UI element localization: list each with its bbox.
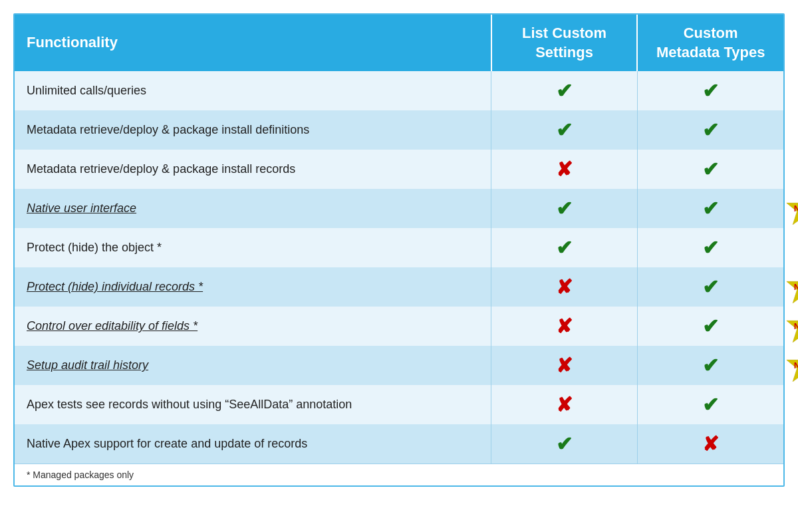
row-col3-value: ✔ NEW — [637, 346, 783, 385]
row-col3-value: ✔ NEW — [637, 267, 783, 307]
table-row: Unlimited calls/queries✔✔ — [15, 71, 783, 110]
table-row: Metadata retrieve/deploy & package insta… — [15, 150, 783, 189]
row-col3-value: ✘ — [637, 424, 783, 464]
row-col3-value: ✔ NEW — [637, 189, 783, 228]
table-row: Native user interface✔✔ NEW — [15, 189, 783, 228]
row-col3-value: ✔ — [637, 110, 783, 150]
row-col3-value: ✔ NEW — [637, 307, 783, 346]
header-list-custom-settings: List Custom Settings — [491, 15, 638, 71]
row-label: Metadata retrieve/deploy & package insta… — [15, 150, 491, 189]
row-col2-value: ✔ — [491, 110, 638, 150]
new-badge: NEW — [785, 346, 798, 385]
table-footer-row: * Managed packages only — [15, 464, 783, 486]
row-col2-value: ✘ — [491, 346, 638, 385]
new-badge: NEW — [785, 307, 798, 346]
table-row: Protect (hide) the object *✔✔ — [15, 228, 783, 267]
row-col2-value: ✔ — [491, 71, 638, 110]
row-label: Protect (hide) individual records * — [15, 267, 491, 307]
table-row: Native Apex support for create and updat… — [15, 424, 783, 464]
row-label: Apex tests see records without using “Se… — [15, 385, 491, 424]
footer-note: * Managed packages only — [15, 464, 783, 486]
row-col2-value: ✘ — [491, 150, 638, 189]
row-col3-value: ✔ — [637, 71, 783, 110]
table-row: Metadata retrieve/deploy & package insta… — [15, 110, 783, 150]
row-label: Protect (hide) the object * — [15, 228, 491, 267]
table-row: Control over editability of fields *✘✔ N… — [15, 307, 783, 346]
row-col2-value: ✘ — [491, 307, 638, 346]
row-label: Setup audit trail history — [15, 346, 491, 385]
row-col2-value: ✔ — [491, 189, 638, 228]
row-col3-value: ✔ — [637, 228, 783, 267]
table-header-row: Functionality List Custom Settings Custo… — [15, 15, 783, 71]
row-label: Unlimited calls/queries — [15, 71, 491, 110]
row-label: Native Apex support for create and updat… — [15, 424, 491, 464]
table-row: Setup audit trail history✘✔ NEW — [15, 346, 783, 385]
row-label: Control over editability of fields * — [15, 307, 491, 346]
row-col3-value: ✔ — [637, 385, 783, 424]
table-row: Protect (hide) individual records *✘✔ NE… — [15, 267, 783, 307]
row-col2-value: ✘ — [491, 385, 638, 424]
new-badge: NEW — [785, 268, 798, 307]
row-label: Native user interface — [15, 189, 491, 228]
header-functionality: Functionality — [15, 15, 491, 71]
table-row: Apex tests see records without using “Se… — [15, 385, 783, 424]
new-badge: NEW — [785, 190, 798, 228]
row-col2-value: ✔ — [491, 424, 638, 464]
row-col2-value: ✔ — [491, 228, 638, 267]
header-custom-metadata-types: Custom Metadata Types — [637, 15, 783, 71]
row-col3-value: ✔ — [637, 150, 783, 189]
row-col2-value: ✘ — [491, 267, 638, 307]
row-label: Metadata retrieve/deploy & package insta… — [15, 110, 491, 150]
comparison-table: Functionality List Custom Settings Custo… — [13, 13, 785, 487]
